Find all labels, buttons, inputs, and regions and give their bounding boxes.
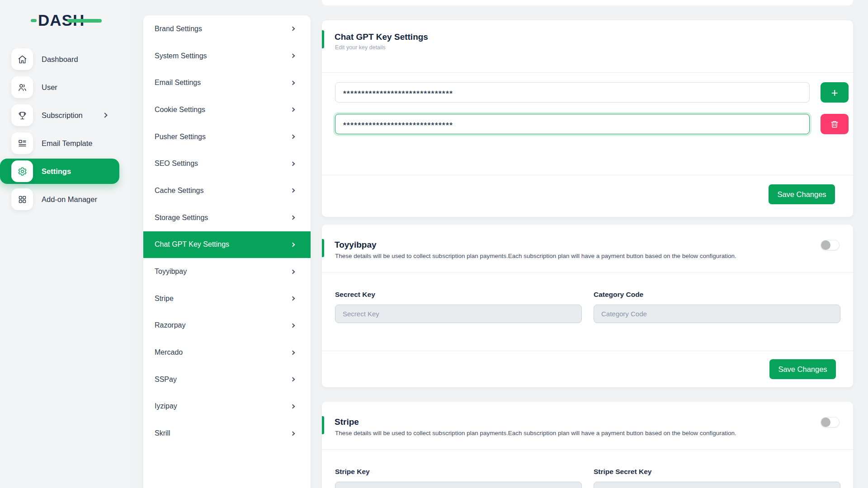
chevron-right-icon (291, 161, 295, 166)
sidebar-item-label: Dashboard (42, 55, 78, 64)
menu-item-label: Skrill (155, 429, 170, 437)
stripe-secret-key-input[interactable] (594, 482, 840, 488)
card-title: Stripe (335, 417, 359, 427)
sidebar-item-user[interactable]: User (11, 76, 128, 98)
menu-item-cookie-settings[interactable]: Cookie Settings (143, 96, 311, 123)
chevron-right-icon (291, 431, 295, 436)
delete-key-button[interactable] (821, 114, 849, 134)
category-code-input[interactable] (594, 305, 840, 323)
menu-item-label: System Settings (155, 52, 207, 60)
menu-item-label: Cookie Settings (155, 106, 205, 114)
sidebar: DASH Dashboard User Subscription (0, 0, 128, 488)
menu-item-skrill[interactable]: Skrill (143, 420, 311, 447)
sidebar-item-settings[interactable]: Settings (0, 159, 119, 184)
menu-item-label: Brand Settings (155, 25, 202, 33)
layout-list-icon (11, 132, 33, 154)
sidebar-item-label: Subscription (42, 111, 83, 120)
menu-item-label: Cache Settings (155, 187, 204, 195)
logo-green-dash-icon (31, 19, 37, 22)
menu-item-label: Iyzipay (155, 402, 177, 410)
trophy-icon (11, 104, 33, 126)
card-title: Chat GPT Key Settings (335, 32, 428, 42)
sidebar-nav: Dashboard User Subscription Email Templa… (0, 48, 128, 216)
chevron-right-icon (291, 216, 295, 220)
menu-item-label: Razorpay (155, 321, 185, 329)
card-accent-bar (322, 239, 324, 257)
menu-item-mercado[interactable]: Mercado (143, 339, 311, 366)
sidebar-item-label: Email Template (42, 139, 93, 148)
chevron-right-icon (291, 323, 295, 328)
chevron-right-icon (291, 242, 295, 247)
menu-item-razorpay[interactable]: Razorpay (143, 312, 311, 339)
chevron-right-icon (291, 27, 295, 31)
plus-icon: + (831, 87, 838, 99)
menu-item-toyyibpay[interactable]: Toyyibpay (143, 258, 311, 285)
stripe-key-input[interactable] (335, 482, 582, 488)
menu-item-sspay[interactable]: SSPay (143, 366, 311, 393)
sidebar-item-addon-manager[interactable]: Add-on Manager (11, 188, 128, 210)
card-subtitle: Edit your key details (335, 44, 386, 51)
menu-item-label: Toyyibpay (155, 267, 187, 276)
menu-item-brand-settings[interactable]: Brand Settings (143, 15, 311, 42)
save-changes-button[interactable]: Save Changes (769, 359, 836, 379)
sidebar-item-label: Settings (42, 167, 71, 176)
chevron-right-icon (291, 188, 295, 193)
divider (322, 175, 853, 175)
menu-item-label: Mercado (155, 348, 183, 357)
previous-card-bottom-edge (322, 0, 853, 5)
chevron-right-icon (291, 80, 295, 85)
stripe-enable-toggle[interactable] (821, 417, 840, 427)
toggle-knob (821, 418, 830, 427)
menu-item-pusher-settings[interactable]: Pusher Settings (143, 123, 311, 150)
chevron-right-icon (291, 135, 295, 139)
card-description: These details will be used to collect su… (335, 253, 826, 259)
sidebar-item-label: User (42, 83, 57, 92)
menu-item-system-settings[interactable]: System Settings (143, 42, 311, 70)
gear-icon (11, 160, 33, 182)
brand-logo: DASH (38, 10, 85, 31)
chevron-right-icon (291, 108, 295, 112)
card-title: Toyyibpay (335, 240, 377, 250)
save-changes-button[interactable]: Save Changes (769, 184, 835, 204)
add-key-button[interactable]: + (821, 82, 849, 103)
field-label: Secrect Key (335, 291, 375, 299)
settings-submenu: Brand Settings System Settings Email Set… (143, 15, 311, 488)
menu-item-label: Email Settings (155, 79, 201, 87)
menu-item-chatgpt-key-settings[interactable]: Chat GPT Key Settings (143, 231, 311, 258)
toggle-knob (821, 240, 830, 250)
menu-item-stripe[interactable]: Stripe (143, 285, 311, 312)
secret-key-input[interactable] (335, 305, 582, 323)
chevron-right-icon (102, 113, 107, 117)
divider (322, 351, 853, 351)
chevron-right-icon (291, 350, 295, 355)
menu-item-label: Pusher Settings (155, 133, 206, 141)
users-icon (11, 76, 33, 98)
menu-item-cache-settings[interactable]: Cache Settings (143, 177, 311, 204)
chevron-right-icon (291, 377, 295, 382)
divider (322, 272, 853, 272)
sidebar-item-dashboard[interactable]: Dashboard (11, 48, 128, 70)
card-accent-bar (322, 416, 324, 434)
card-accent-bar (322, 30, 324, 48)
menu-item-label: Stripe (155, 295, 174, 303)
sidebar-item-subscription[interactable]: Subscription (11, 104, 128, 126)
divider (322, 72, 853, 73)
chevron-right-icon (291, 54, 295, 58)
menu-item-iyzipay[interactable]: Iyzipay (143, 393, 311, 420)
menu-item-seo-settings[interactable]: SEO Settings (143, 150, 311, 177)
sidebar-item-email-template[interactable]: Email Template (11, 132, 128, 154)
toyyibpay-card: Toyyibpay These details will be used to … (322, 225, 853, 387)
grid-icon (11, 188, 33, 210)
stripe-card: Stripe These details will be used to col… (322, 402, 853, 488)
api-key-input-1[interactable]: ****************************** (335, 82, 810, 103)
divider (322, 449, 853, 450)
toyyibpay-enable-toggle[interactable] (821, 240, 840, 250)
menu-item-storage-settings[interactable]: Storage Settings (143, 204, 311, 231)
home-icon (11, 48, 33, 70)
field-label: Category Code (594, 291, 643, 299)
trash-icon (830, 120, 839, 129)
sidebar-item-label: Add-on Manager (42, 195, 97, 204)
api-key-input-2[interactable]: ****************************** (335, 114, 810, 134)
chevron-right-icon (291, 404, 295, 409)
menu-item-email-settings[interactable]: Email Settings (143, 69, 311, 96)
